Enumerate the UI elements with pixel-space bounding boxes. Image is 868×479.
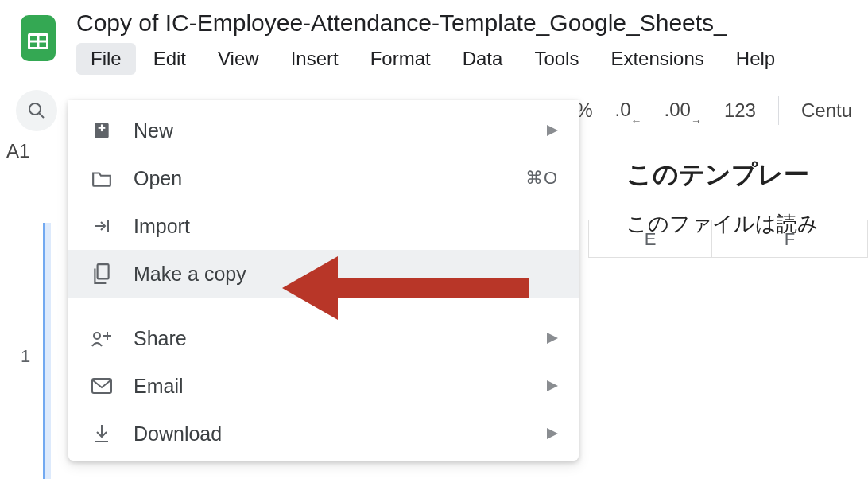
copy-icon — [89, 261, 114, 286]
menu-data[interactable]: Data — [448, 43, 517, 75]
menu-separator — [68, 306, 579, 306]
new-doc-icon — [89, 118, 114, 143]
svg-marker-5 — [547, 125, 558, 136]
selection-indicator — [43, 223, 51, 479]
menu-make-a-copy[interactable]: Make a copy — [68, 250, 579, 298]
share-icon — [89, 325, 114, 351]
menu-email-label: Email — [134, 375, 184, 398]
menu-import[interactable]: Import — [68, 202, 579, 250]
submenu-arrow-icon — [547, 428, 558, 439]
svg-marker-14 — [547, 380, 558, 391]
menu-extensions[interactable]: Extensions — [596, 43, 718, 75]
toolbar-format-123[interactable]: 123 — [724, 99, 756, 122]
submenu-arrow-icon — [547, 380, 558, 391]
import-icon — [89, 213, 114, 239]
menu-file[interactable]: File — [76, 43, 136, 75]
menu-view[interactable]: View — [203, 43, 273, 75]
toolbar-separator — [778, 96, 779, 125]
menu-format[interactable]: Format — [356, 43, 445, 75]
content-heading: このテンプレー — [626, 158, 868, 193]
menu-insert[interactable]: Insert — [277, 43, 353, 75]
menu-tools[interactable]: Tools — [520, 43, 593, 75]
menu-new[interactable]: New — [68, 107, 579, 154]
doc-title[interactable]: Copy of IC-Employee-Attendance-Template_… — [76, 10, 852, 37]
menu-open-label: Open — [134, 167, 182, 190]
menu-share-label: Share — [134, 327, 187, 350]
toolbar-increase-decimal[interactable]: .00→ — [665, 99, 702, 123]
svg-marker-12 — [547, 333, 558, 344]
toolbar-decrease-decimal[interactable]: .0← — [615, 99, 642, 123]
menu-share[interactable]: Share — [68, 314, 579, 362]
menu-bar: File Edit View Insert Format Data Tools … — [76, 43, 852, 75]
submenu-arrow-icon — [547, 333, 558, 344]
content-body: このファイルは読み — [626, 210, 868, 238]
sheets-logo[interactable] — [16, 10, 60, 67]
folder-icon — [89, 166, 114, 191]
menu-import-label: Import — [134, 215, 190, 238]
menu-email[interactable]: Email — [68, 362, 579, 410]
menu-help[interactable]: Help — [722, 43, 789, 75]
menu-download[interactable]: Download — [68, 410, 579, 458]
menu-download-label: Download — [134, 423, 222, 446]
svg-rect-13 — [92, 379, 111, 393]
cell-content: このテンプレー このファイルは読み — [626, 158, 868, 238]
menu-search-button[interactable] — [16, 90, 57, 131]
download-icon — [89, 421, 114, 446]
file-menu-dropdown: New Open ⌘O Import Make a copy Share — [68, 100, 579, 461]
menu-new-label: New — [134, 119, 173, 142]
svg-rect-4 — [101, 124, 103, 131]
menu-open-shortcut: ⌘O — [525, 168, 558, 189]
svg-line-1 — [39, 113, 44, 118]
menu-edit[interactable]: Edit — [139, 43, 200, 75]
menu-make-a-copy-label: Make a copy — [134, 263, 246, 286]
svg-marker-17 — [547, 428, 558, 439]
email-icon — [89, 373, 114, 399]
submenu-arrow-icon — [547, 125, 558, 136]
search-icon — [27, 101, 46, 120]
toolbar-font[interactable]: Centu — [801, 99, 852, 122]
svg-point-9 — [94, 333, 100, 339]
menu-open[interactable]: Open ⌘O — [68, 154, 579, 202]
svg-point-0 — [29, 103, 41, 115]
svg-rect-8 — [98, 264, 109, 278]
